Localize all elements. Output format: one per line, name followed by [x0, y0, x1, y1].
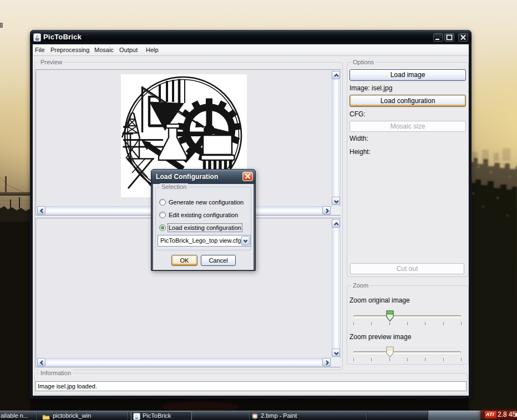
close-icon	[243, 172, 252, 181]
slider-tick	[461, 358, 462, 361]
menu-output[interactable]: Output	[119, 47, 138, 53]
slider-tick	[425, 322, 425, 325]
chevron-down-icon	[333, 198, 340, 205]
taskbar-item-pictobrick-label: PicToBrick	[143, 412, 171, 419]
mosaic-size-button[interactable]: Mosaic size	[349, 121, 466, 132]
preview-group-label: Preview	[39, 59, 64, 65]
scrollbar-corner	[332, 358, 341, 367]
maximize-button[interactable]	[444, 33, 454, 42]
scroll-left-button[interactable]	[37, 206, 45, 214]
zoom-preview-slider-track[interactable]	[353, 351, 461, 354]
close-button[interactable]	[458, 33, 468, 42]
scroll-down-button[interactable]	[332, 349, 340, 357]
load-configuration-dialog: Load Configuration Selection Generate ne…	[151, 169, 256, 271]
chevron-up-icon	[333, 221, 340, 228]
taskbar-item-partial[interactable]: ailable n...	[1, 412, 28, 419]
menu-help[interactable]: Help	[146, 47, 159, 53]
taskbar-separator	[366, 412, 367, 419]
zoom-preview-slider-thumb[interactable]	[386, 346, 394, 358]
scroll-up-button[interactable]	[332, 219, 340, 228]
cut-out-button[interactable]: Cut out	[350, 263, 464, 274]
scroll-right-button[interactable]	[322, 358, 331, 366]
zoom-preview-label: Zoom preview image	[349, 333, 411, 341]
slider-tick	[371, 358, 372, 361]
scroll-down-button[interactable]	[332, 197, 340, 205]
ati-logo-text: ATI	[486, 412, 494, 417]
cfg-label: CFG:	[349, 110, 366, 118]
information-group-label: Information	[39, 370, 73, 376]
zoom-original-slider-ticks	[353, 322, 462, 325]
chevron-up-icon	[333, 72, 340, 79]
ok-button[interactable]: OK	[171, 255, 197, 266]
scroll-right-button[interactable]	[322, 206, 331, 214]
image-name-label: Image: isel.jpg	[349, 84, 392, 92]
taskbar-separator	[37, 412, 37, 419]
zoom-original-label: Zoom original image	[349, 296, 410, 304]
java-app-icon	[33, 33, 41, 42]
menu-mosaic[interactable]: Mosaic	[94, 47, 114, 53]
folder-icon	[42, 412, 50, 420]
chevron-left-icon	[38, 359, 45, 366]
chevron-left-icon	[38, 207, 45, 214]
window-title: PicToBrick	[43, 33, 82, 41]
combobox-dropdown-button[interactable]	[241, 236, 250, 245]
taskbar-separator	[249, 412, 250, 419]
load-image-button[interactable]: Load image	[349, 69, 466, 81]
slider-tick	[407, 322, 408, 325]
information-message: Image isel.jpg loaded.	[38, 383, 97, 390]
zoom-original-slider-thumb[interactable]	[386, 310, 394, 322]
city-silhouette	[469, 148, 517, 420]
menubar: File Preprocessing Mosaic Output Help	[33, 44, 469, 56]
slider-tick	[443, 358, 444, 361]
taskbar-tray	[428, 411, 480, 420]
radio-generate-new-label[interactable]: Generate new configuration	[169, 199, 244, 206]
window-titlebar[interactable]: PicToBrick	[30, 30, 472, 44]
dialog-title: Load Configuration	[156, 173, 218, 181]
menu-preprocessing[interactable]: Preprocessing	[50, 47, 89, 53]
slider-tick	[353, 322, 354, 325]
radio-edit-existing-label[interactable]: Edit existing configuration	[169, 212, 238, 218]
taskbar-item-pictobrick-win[interactable]: pictobrick_win	[53, 412, 91, 419]
selection-group-label: Selection	[160, 183, 188, 190]
chevron-right-icon	[323, 207, 331, 214]
close-icon	[459, 34, 468, 41]
chevron-down-icon	[242, 237, 249, 245]
vertical-scrollbar-track[interactable]	[332, 219, 341, 357]
dialog-close-button[interactable]	[242, 172, 253, 181]
height-label: Height:	[349, 148, 371, 156]
scrollbar-corner	[332, 206, 341, 215]
taskbar-item-paint[interactable]: 2.bmp - Paint	[261, 412, 297, 419]
slider-tick	[407, 358, 408, 361]
slider-tick	[353, 358, 354, 361]
ati-logo: ATI	[485, 411, 496, 418]
information-field[interactable]: Image isel.jpg loaded.	[36, 381, 467, 391]
minimize-button[interactable]	[433, 33, 443, 42]
radio-generate-new[interactable]	[159, 199, 166, 206]
scroll-left-button[interactable]	[37, 358, 45, 366]
vertical-scrollbar-track[interactable]	[332, 70, 341, 206]
radio-load-existing-label[interactable]: Load existing configuration	[169, 224, 241, 231]
options-group-label: Options	[351, 59, 376, 65]
taskbar-separator	[128, 412, 128, 419]
slider-tick	[389, 322, 390, 325]
configuration-combobox[interactable]: PicToBrick_Lego_top view.cfg	[158, 235, 251, 247]
scroll-up-button[interactable]	[332, 71, 340, 79]
load-configuration-button[interactable]: Load configuration	[349, 95, 466, 107]
horizontal-scrollbar-track[interactable]	[37, 358, 331, 367]
desktop: PicToBrick File Preprocessing Mosaic Out…	[0, 0, 517, 420]
chevron-down-icon	[333, 350, 340, 357]
desktop-icon[interactable]	[0, 23, 3, 28]
menu-file[interactable]: File	[35, 47, 45, 53]
java-icon-small	[133, 412, 140, 420]
cancel-button[interactable]: Cancel	[201, 255, 236, 266]
ati-overlay: ATI 2.8 45	[480, 409, 517, 420]
zoom-group-label: Zoom	[351, 282, 370, 289]
dialog-titlebar[interactable]: Load Configuration	[151, 170, 255, 184]
slider-tick	[371, 322, 372, 325]
zoom-original-slider-track[interactable]	[353, 315, 461, 317]
radio-load-existing[interactable]	[159, 224, 166, 231]
radio-edit-existing[interactable]	[159, 212, 166, 218]
bridge-silhouette	[0, 176, 33, 420]
chevron-right-icon	[323, 359, 331, 366]
ati-values: 2.8 45	[498, 411, 516, 418]
